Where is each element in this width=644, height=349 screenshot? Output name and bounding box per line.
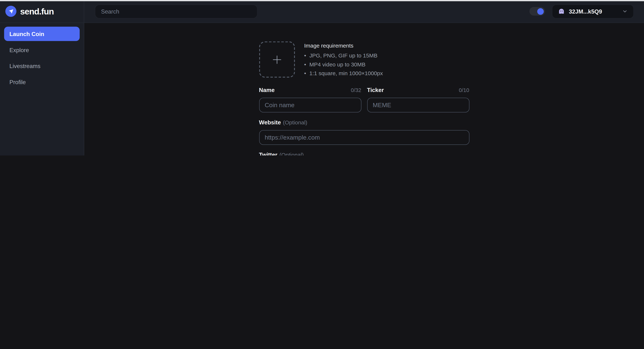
image-requirements-title: Image requirements bbox=[304, 43, 383, 49]
name-label: Name bbox=[259, 86, 275, 93]
window-top-strip bbox=[0, 0, 644, 1]
coin-name-input[interactable] bbox=[259, 97, 361, 112]
theme-toggle[interactable] bbox=[530, 7, 545, 15]
ticker-char-counter: 0/10 bbox=[459, 87, 469, 93]
website-optional-tag: (Optional) bbox=[283, 119, 307, 125]
ticker-input[interactable] bbox=[367, 97, 469, 112]
requirement-text: 1:1 square, min 1000×1000px bbox=[309, 70, 383, 76]
requirement-item: • 1:1 square, min 1000×1000px bbox=[304, 70, 383, 76]
top-bar: 32JM...k5Q9 bbox=[84, 0, 644, 23]
requirement-text: JPG, PNG, GIF up to 15MB bbox=[309, 52, 378, 59]
wallet-address: 32JM...k5Q9 bbox=[569, 8, 602, 15]
sidebar: send.fun Launch Coin Explore Livestreams… bbox=[0, 0, 84, 155]
search-input[interactable] bbox=[95, 4, 258, 18]
toggle-knob bbox=[537, 8, 544, 15]
sidebar-item-livestreams[interactable]: Livestreams bbox=[4, 59, 80, 73]
bullet-glyph: • bbox=[304, 52, 306, 59]
sidebar-item-profile[interactable]: Profile bbox=[4, 75, 80, 89]
chevron-down-icon bbox=[622, 8, 628, 14]
launch-coin-form: Image requirements • JPG, PNG, GIF up to… bbox=[259, 23, 469, 156]
plus-icon bbox=[272, 54, 282, 64]
sidebar-item-label: Explore bbox=[10, 47, 29, 53]
sidebar-item-explore[interactable]: Explore bbox=[4, 43, 80, 57]
name-char-counter: 0/32 bbox=[351, 87, 361, 93]
website-label: Website bbox=[259, 119, 281, 125]
bullet-glyph: • bbox=[304, 61, 306, 67]
app-window: send.fun Launch Coin Explore Livestreams… bbox=[0, 0, 644, 155]
sidebar-item-label: Profile bbox=[10, 79, 26, 85]
image-requirements: Image requirements • JPG, PNG, GIF up to… bbox=[304, 41, 383, 79]
brand-logo[interactable]: send.fun bbox=[0, 0, 84, 23]
name-field-group: Name 0/32 bbox=[259, 86, 361, 112]
send-logo-icon bbox=[5, 6, 16, 17]
requirement-item: • MP4 video up to 30MB bbox=[304, 61, 383, 67]
website-field-group: Website (Optional) bbox=[259, 119, 469, 145]
brand-name: send.fun bbox=[20, 6, 54, 16]
main-content: Image requirements • JPG, PNG, GIF up to… bbox=[84, 23, 644, 156]
sidebar-item-label: Launch Coin bbox=[10, 30, 44, 37]
wallet-button[interactable]: 32JM...k5Q9 bbox=[552, 4, 634, 18]
requirement-item: • JPG, PNG, GIF up to 15MB bbox=[304, 52, 383, 59]
sidebar-item-label: Livestreams bbox=[10, 62, 40, 69]
website-input[interactable] bbox=[259, 130, 469, 145]
twitter-field-group: Twitter (Optional) bbox=[259, 151, 469, 156]
ticker-field-group: Ticker 0/10 bbox=[367, 86, 469, 112]
bullet-glyph: • bbox=[304, 70, 306, 76]
sidebar-nav: Launch Coin Explore Livestreams Profile bbox=[0, 23, 84, 93]
ticker-label: Ticker bbox=[367, 86, 384, 93]
requirement-text: MP4 video up to 30MB bbox=[309, 61, 366, 67]
twitter-label: Twitter bbox=[259, 151, 278, 156]
sidebar-item-launch-coin[interactable]: Launch Coin bbox=[4, 27, 80, 41]
phantom-ghost-icon bbox=[558, 8, 565, 15]
image-upload-dropzone[interactable] bbox=[259, 41, 295, 77]
twitter-optional-tag: (Optional) bbox=[279, 152, 304, 155]
